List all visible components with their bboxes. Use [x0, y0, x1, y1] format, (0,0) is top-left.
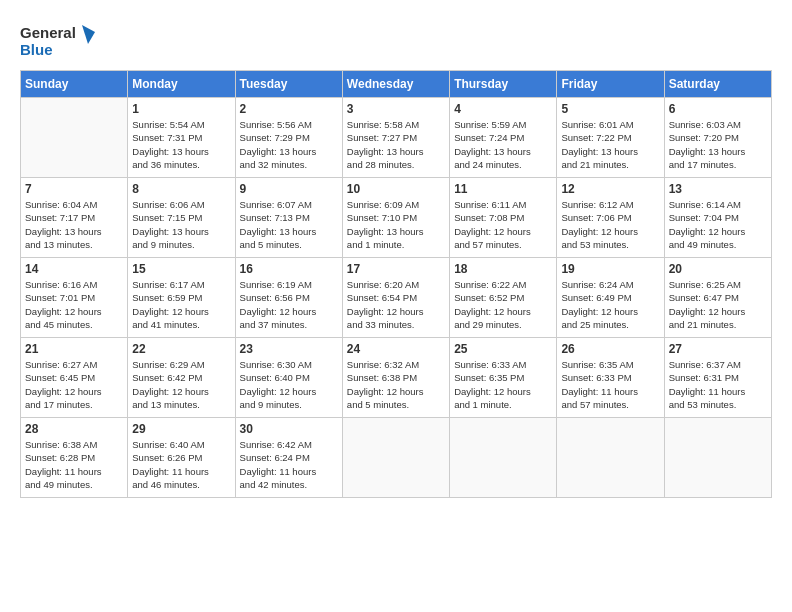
svg-text:Blue: Blue: [20, 41, 53, 58]
calendar-cell: 4Sunrise: 5:59 AM Sunset: 7:24 PM Daylig…: [450, 98, 557, 178]
weekday-header-friday: Friday: [557, 71, 664, 98]
calendar-cell: 21Sunrise: 6:27 AM Sunset: 6:45 PM Dayli…: [21, 338, 128, 418]
day-info: Sunrise: 6:14 AM Sunset: 7:04 PM Dayligh…: [669, 198, 767, 251]
day-info: Sunrise: 6:04 AM Sunset: 7:17 PM Dayligh…: [25, 198, 123, 251]
day-number: 20: [669, 262, 767, 276]
day-number: 16: [240, 262, 338, 276]
day-info: Sunrise: 6:42 AM Sunset: 6:24 PM Dayligh…: [240, 438, 338, 491]
calendar-body: 1Sunrise: 5:54 AM Sunset: 7:31 PM Daylig…: [21, 98, 772, 498]
calendar-cell: 3Sunrise: 5:58 AM Sunset: 7:27 PM Daylig…: [342, 98, 449, 178]
calendar-table: SundayMondayTuesdayWednesdayThursdayFrid…: [20, 70, 772, 498]
calendar-cell: [557, 418, 664, 498]
day-number: 21: [25, 342, 123, 356]
day-number: 5: [561, 102, 659, 116]
calendar-cell: 20Sunrise: 6:25 AM Sunset: 6:47 PM Dayli…: [664, 258, 771, 338]
day-info: Sunrise: 6:37 AM Sunset: 6:31 PM Dayligh…: [669, 358, 767, 411]
day-number: 23: [240, 342, 338, 356]
day-number: 7: [25, 182, 123, 196]
day-number: 22: [132, 342, 230, 356]
day-number: 15: [132, 262, 230, 276]
day-number: 29: [132, 422, 230, 436]
day-info: Sunrise: 6:32 AM Sunset: 6:38 PM Dayligh…: [347, 358, 445, 411]
day-info: Sunrise: 6:03 AM Sunset: 7:20 PM Dayligh…: [669, 118, 767, 171]
day-info: Sunrise: 6:09 AM Sunset: 7:10 PM Dayligh…: [347, 198, 445, 251]
page-header: GeneralBlue: [20, 20, 772, 60]
day-info: Sunrise: 6:38 AM Sunset: 6:28 PM Dayligh…: [25, 438, 123, 491]
day-number: 17: [347, 262, 445, 276]
day-number: 10: [347, 182, 445, 196]
day-number: 26: [561, 342, 659, 356]
day-number: 14: [25, 262, 123, 276]
day-number: 12: [561, 182, 659, 196]
calendar-week-4: 21Sunrise: 6:27 AM Sunset: 6:45 PM Dayli…: [21, 338, 772, 418]
calendar-cell: 1Sunrise: 5:54 AM Sunset: 7:31 PM Daylig…: [128, 98, 235, 178]
weekday-header-thursday: Thursday: [450, 71, 557, 98]
calendar-cell: [450, 418, 557, 498]
calendar-cell: 11Sunrise: 6:11 AM Sunset: 7:08 PM Dayli…: [450, 178, 557, 258]
day-info: Sunrise: 6:29 AM Sunset: 6:42 PM Dayligh…: [132, 358, 230, 411]
day-number: 6: [669, 102, 767, 116]
day-number: 9: [240, 182, 338, 196]
calendar-cell: 23Sunrise: 6:30 AM Sunset: 6:40 PM Dayli…: [235, 338, 342, 418]
calendar-cell: 2Sunrise: 5:56 AM Sunset: 7:29 PM Daylig…: [235, 98, 342, 178]
day-info: Sunrise: 6:07 AM Sunset: 7:13 PM Dayligh…: [240, 198, 338, 251]
day-number: 1: [132, 102, 230, 116]
calendar-cell: 28Sunrise: 6:38 AM Sunset: 6:28 PM Dayli…: [21, 418, 128, 498]
calendar-cell: 16Sunrise: 6:19 AM Sunset: 6:56 PM Dayli…: [235, 258, 342, 338]
calendar-cell: 19Sunrise: 6:24 AM Sunset: 6:49 PM Dayli…: [557, 258, 664, 338]
day-number: 25: [454, 342, 552, 356]
day-info: Sunrise: 6:24 AM Sunset: 6:49 PM Dayligh…: [561, 278, 659, 331]
day-number: 24: [347, 342, 445, 356]
weekday-header-monday: Monday: [128, 71, 235, 98]
day-info: Sunrise: 6:12 AM Sunset: 7:06 PM Dayligh…: [561, 198, 659, 251]
day-info: Sunrise: 5:58 AM Sunset: 7:27 PM Dayligh…: [347, 118, 445, 171]
calendar-cell: 15Sunrise: 6:17 AM Sunset: 6:59 PM Dayli…: [128, 258, 235, 338]
calendar-week-5: 28Sunrise: 6:38 AM Sunset: 6:28 PM Dayli…: [21, 418, 772, 498]
day-info: Sunrise: 6:11 AM Sunset: 7:08 PM Dayligh…: [454, 198, 552, 251]
calendar-cell: 6Sunrise: 6:03 AM Sunset: 7:20 PM Daylig…: [664, 98, 771, 178]
calendar-cell: 25Sunrise: 6:33 AM Sunset: 6:35 PM Dayli…: [450, 338, 557, 418]
day-info: Sunrise: 6:27 AM Sunset: 6:45 PM Dayligh…: [25, 358, 123, 411]
day-info: Sunrise: 5:59 AM Sunset: 7:24 PM Dayligh…: [454, 118, 552, 171]
calendar-cell: 8Sunrise: 6:06 AM Sunset: 7:15 PM Daylig…: [128, 178, 235, 258]
calendar-cell: 14Sunrise: 6:16 AM Sunset: 7:01 PM Dayli…: [21, 258, 128, 338]
day-number: 8: [132, 182, 230, 196]
calendar-cell: [21, 98, 128, 178]
calendar-header: SundayMondayTuesdayWednesdayThursdayFrid…: [21, 71, 772, 98]
calendar-cell: 29Sunrise: 6:40 AM Sunset: 6:26 PM Dayli…: [128, 418, 235, 498]
day-info: Sunrise: 6:16 AM Sunset: 7:01 PM Dayligh…: [25, 278, 123, 331]
weekday-header-saturday: Saturday: [664, 71, 771, 98]
day-info: Sunrise: 6:22 AM Sunset: 6:52 PM Dayligh…: [454, 278, 552, 331]
calendar-cell: 18Sunrise: 6:22 AM Sunset: 6:52 PM Dayli…: [450, 258, 557, 338]
day-number: 2: [240, 102, 338, 116]
svg-text:General: General: [20, 24, 76, 41]
calendar-cell: 9Sunrise: 6:07 AM Sunset: 7:13 PM Daylig…: [235, 178, 342, 258]
weekday-header-wednesday: Wednesday: [342, 71, 449, 98]
calendar-cell: 7Sunrise: 6:04 AM Sunset: 7:17 PM Daylig…: [21, 178, 128, 258]
day-info: Sunrise: 6:17 AM Sunset: 6:59 PM Dayligh…: [132, 278, 230, 331]
day-info: Sunrise: 6:40 AM Sunset: 6:26 PM Dayligh…: [132, 438, 230, 491]
logo-icon: GeneralBlue: [20, 20, 100, 60]
day-number: 13: [669, 182, 767, 196]
calendar-cell: 22Sunrise: 6:29 AM Sunset: 6:42 PM Dayli…: [128, 338, 235, 418]
day-number: 30: [240, 422, 338, 436]
calendar-cell: 30Sunrise: 6:42 AM Sunset: 6:24 PM Dayli…: [235, 418, 342, 498]
calendar-cell: 13Sunrise: 6:14 AM Sunset: 7:04 PM Dayli…: [664, 178, 771, 258]
day-info: Sunrise: 6:01 AM Sunset: 7:22 PM Dayligh…: [561, 118, 659, 171]
calendar-cell: 5Sunrise: 6:01 AM Sunset: 7:22 PM Daylig…: [557, 98, 664, 178]
calendar-cell: 26Sunrise: 6:35 AM Sunset: 6:33 PM Dayli…: [557, 338, 664, 418]
day-info: Sunrise: 6:33 AM Sunset: 6:35 PM Dayligh…: [454, 358, 552, 411]
day-info: Sunrise: 6:35 AM Sunset: 6:33 PM Dayligh…: [561, 358, 659, 411]
day-info: Sunrise: 6:19 AM Sunset: 6:56 PM Dayligh…: [240, 278, 338, 331]
calendar-cell: [342, 418, 449, 498]
day-number: 19: [561, 262, 659, 276]
calendar-week-2: 7Sunrise: 6:04 AM Sunset: 7:17 PM Daylig…: [21, 178, 772, 258]
day-number: 18: [454, 262, 552, 276]
day-info: Sunrise: 5:54 AM Sunset: 7:31 PM Dayligh…: [132, 118, 230, 171]
weekday-header-tuesday: Tuesday: [235, 71, 342, 98]
calendar-week-3: 14Sunrise: 6:16 AM Sunset: 7:01 PM Dayli…: [21, 258, 772, 338]
day-info: Sunrise: 5:56 AM Sunset: 7:29 PM Dayligh…: [240, 118, 338, 171]
calendar-week-1: 1Sunrise: 5:54 AM Sunset: 7:31 PM Daylig…: [21, 98, 772, 178]
day-info: Sunrise: 6:20 AM Sunset: 6:54 PM Dayligh…: [347, 278, 445, 331]
day-number: 27: [669, 342, 767, 356]
